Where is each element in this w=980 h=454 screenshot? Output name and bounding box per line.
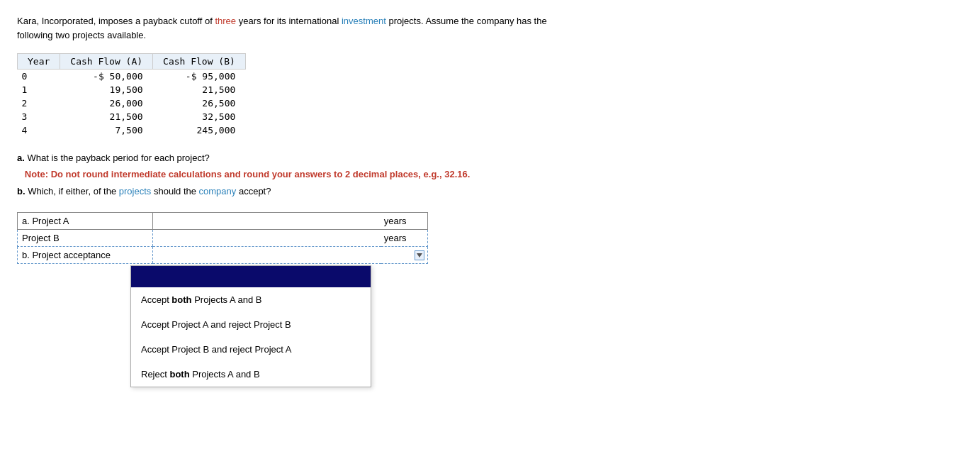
table-cell: 0: [18, 70, 60, 84]
table-cell: 1: [18, 83, 60, 96]
table-cell: 26,500: [153, 96, 246, 110]
table-cell: 2: [18, 96, 60, 110]
table-cell: -$ 50,000: [60, 70, 153, 84]
question-b-label: b.: [17, 186, 26, 196]
intro-three: three: [215, 16, 236, 26]
question-b-text2: should the: [151, 186, 198, 196]
intro-investment: investment: [342, 16, 386, 26]
dropdown-option-3[interactable]: Accept Project B and reject Project A: [131, 337, 371, 362]
project-a-row: a. Project A years: [18, 213, 428, 230]
question-a-label: a.: [17, 153, 25, 163]
table-cell: 32,500: [153, 110, 246, 123]
dropdown-header: [131, 266, 371, 287]
dropdown-option-4[interactable]: Reject both Projects A and B: [131, 362, 371, 387]
question-b-company: company: [199, 186, 237, 196]
table-cell: 21,500: [153, 83, 246, 96]
dropdown-option-1[interactable]: Accept both Projects A and B: [131, 287, 371, 312]
table-cell: -$ 95,000: [153, 70, 246, 84]
questions-section: a. What is the payback period for each p…: [17, 150, 963, 199]
intro-paragraph: Kara, Incorporated, imposes a payback cu…: [17, 14, 963, 42]
question-note: Note: Do not round intermediate calculat…: [17, 166, 963, 182]
acceptance-dropdown-button[interactable]: [153, 255, 427, 261]
intro-text2: years for its international: [236, 16, 342, 26]
table-cell: 3: [18, 110, 60, 123]
project-b-row: Project B years: [18, 230, 428, 247]
acceptance-row: b. Project acceptance: [18, 247, 428, 264]
project-a-label: a. Project A: [18, 213, 153, 230]
col-cash-flow-a: Cash Flow (A): [60, 54, 153, 70]
table-cell: 26,000: [60, 96, 153, 110]
question-b-projects: projects: [119, 186, 152, 196]
intro-text1: Kara, Incorporated, imposes a payback cu…: [17, 16, 215, 26]
question-b-text1: Which, if either, of the: [28, 186, 119, 196]
dropdown-option-2[interactable]: Accept Project A and reject Project B: [131, 312, 371, 337]
project-b-input[interactable]: [156, 233, 378, 243]
answer-section: a. Project A years Project B years b. Pr…: [17, 212, 428, 264]
col-cash-flow-b: Cash Flow (B): [153, 54, 246, 70]
project-a-input[interactable]: [156, 216, 378, 226]
col-year: Year: [18, 54, 60, 70]
table-cell: 21,500: [60, 110, 153, 123]
question-b-text3: accept?: [236, 186, 271, 196]
table-cell: 245,000: [153, 123, 246, 137]
table-cell: 7,500: [60, 123, 153, 137]
question-b: b. Which, if either, of the projects sho…: [17, 183, 963, 199]
answer-table: a. Project A years Project B years b. Pr…: [17, 212, 428, 264]
dropdown-wrapper[interactable]: [153, 250, 427, 261]
question-a: a. What is the payback period for each p…: [17, 150, 963, 166]
acceptance-label: b. Project acceptance: [18, 247, 153, 264]
intro-text4: following two projects available.: [17, 30, 146, 40]
project-b-input-cell: [153, 230, 381, 247]
project-a-input-cell: [153, 213, 381, 230]
intro-text3: projects. Assume the company has the: [386, 16, 547, 26]
project-b-label: Project B: [18, 230, 153, 247]
dropdown-menu: Accept both Projects A and B Accept Proj…: [130, 265, 371, 387]
table-cell: 19,500: [60, 83, 153, 96]
acceptance-dropdown-cell[interactable]: [153, 247, 428, 264]
project-b-unit: years: [381, 230, 428, 247]
question-a-text: What is the payback period for each proj…: [27, 153, 209, 163]
table-cell: 4: [18, 123, 60, 137]
project-a-unit: years: [381, 213, 428, 230]
note-text: Note: Do not round intermediate calculat…: [17, 169, 470, 179]
cash-flow-table: Year Cash Flow (A) Cash Flow (B) 0-$ 50,…: [17, 53, 246, 137]
